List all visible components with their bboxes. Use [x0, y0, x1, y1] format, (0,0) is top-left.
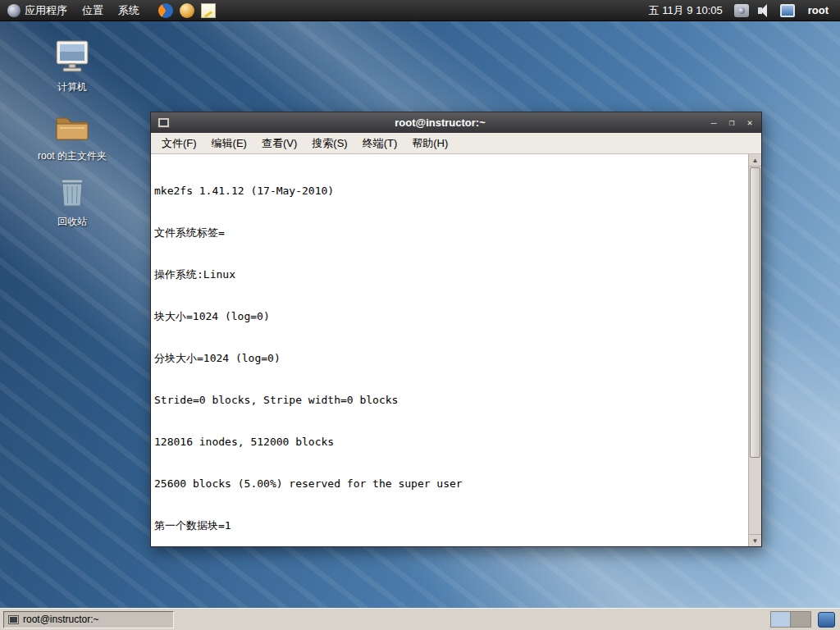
terminal-line: Stride=0 blocks, Stripe width=0 blocks: [154, 393, 748, 407]
menu-places-label: 位置: [82, 3, 103, 18]
minimize-button[interactable]: –: [707, 116, 720, 130]
text-editor-icon[interactable]: [201, 3, 216, 18]
desktop-icon-home[interactable]: root 的主文件夹: [33, 112, 112, 162]
taskbar-window-button[interactable]: root@instructor:~: [3, 611, 174, 628]
menu-file[interactable]: 文件(F): [154, 133, 204, 153]
terminal-line: 操作系统:Linux: [154, 267, 748, 281]
terminal-line: 块大小=1024 (log=0): [154, 309, 748, 323]
trash-icon: [52, 176, 92, 213]
terminal-line: 文件系统标签=: [154, 226, 748, 240]
applications-menu-icon: [7, 4, 21, 17]
window-title: root@instructor:~: [173, 116, 707, 129]
terminal-line: 分块大小=1024 (log=0): [154, 351, 748, 365]
terminal-line: mke2fs 1.41.12 (17-May-2010): [154, 184, 748, 198]
top-panel: 应用程序 位置 系统 五 11月 9 10:05 root: [0, 0, 840, 21]
menu-places[interactable]: 位置: [75, 0, 111, 21]
scrollbar-thumb[interactable]: [750, 167, 760, 458]
display-icon[interactable]: [780, 4, 795, 17]
desktop-icon-label: 计算机: [33, 81, 112, 93]
desktop[interactable]: 计算机 root 的主文件夹 回收站 root@instru: [0, 21, 840, 608]
bottom-taskbar: root@instructor:~: [0, 608, 840, 630]
terminal-line: 25600 blocks (5.00%) reserved for the su…: [154, 477, 748, 491]
username-applet[interactable]: root: [803, 4, 833, 16]
menu-applications[interactable]: 应用程序: [0, 0, 75, 21]
terminal-line: 128016 inodes, 512000 blocks: [154, 435, 748, 449]
desktop-icon-label: 回收站: [33, 216, 112, 227]
menu-help[interactable]: 帮助(H): [404, 133, 455, 153]
file-manager-icon[interactable]: [180, 3, 194, 18]
menu-applications-label: 应用程序: [25, 3, 67, 18]
terminal-task-icon: [8, 615, 19, 624]
desktop-icon-computer[interactable]: 计算机: [33, 39, 112, 93]
terminal-window-icon: [158, 117, 170, 128]
terminal-output: mke2fs 1.41.12 (17-May-2010) 文件系统标签= 操作系…: [151, 154, 748, 546]
terminal-titlebar[interactable]: root@instructor:~ – ❐ ✕: [151, 112, 761, 133]
workspace-2[interactable]: [791, 612, 810, 627]
menu-system-label: 系统: [118, 3, 139, 18]
scroll-up-icon[interactable]: ▲: [749, 154, 761, 167]
menu-edit[interactable]: 编辑(E): [204, 133, 254, 153]
terminal-scrollbar[interactable]: ▲ ▼: [748, 154, 761, 546]
menu-terminal[interactable]: 终端(T): [355, 133, 405, 153]
taskbar-window-label: root@instructor:~: [23, 614, 99, 625]
panel-right: 五 11月 9 10:05 root: [646, 0, 840, 21]
terminal-window: root@instructor:~ – ❐ ✕ 文件(F) 编辑(E) 查看(V…: [150, 112, 762, 547]
desktop-icon-trash[interactable]: 回收站: [33, 176, 112, 227]
terminal-menubar: 文件(F) 编辑(E) 查看(V) 搜索(S) 终端(T) 帮助(H): [151, 133, 761, 154]
terminal-line: 第一个数据块=1: [154, 518, 748, 532]
computer-icon: [52, 39, 92, 79]
home-folder-icon: [52, 112, 92, 148]
taskbar-right: [770, 611, 837, 628]
desktop-icon-label: root 的主文件夹: [33, 150, 112, 162]
screenshot-icon[interactable]: [734, 4, 749, 17]
scroll-down-icon[interactable]: ▼: [749, 534, 761, 546]
volume-icon[interactable]: [757, 4, 772, 17]
menu-system[interactable]: 系统: [111, 0, 147, 21]
maximize-button[interactable]: ❐: [725, 116, 738, 130]
firefox-icon[interactable]: [158, 3, 173, 18]
menu-view[interactable]: 查看(V): [254, 133, 304, 153]
menu-search[interactable]: 搜索(S): [304, 133, 354, 153]
terminal-body[interactable]: mke2fs 1.41.12 (17-May-2010) 文件系统标签= 操作系…: [151, 154, 761, 546]
workspace-1[interactable]: [771, 612, 791, 627]
close-button[interactable]: ✕: [743, 116, 756, 130]
clock[interactable]: 五 11月 9 10:05: [646, 3, 726, 18]
window-controls: – ❐ ✕: [707, 116, 758, 130]
show-desktop-icon[interactable]: [818, 612, 835, 628]
panel-launchers: [158, 3, 216, 18]
workspace-switcher: [770, 611, 811, 628]
